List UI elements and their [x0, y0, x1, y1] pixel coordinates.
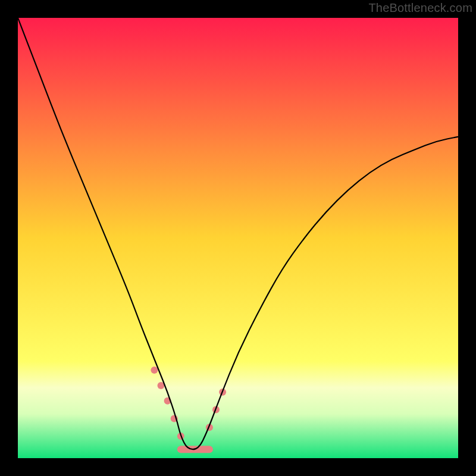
- chart-svg: [18, 18, 458, 458]
- marker-dot: [151, 367, 158, 374]
- plot-area: [18, 18, 458, 458]
- outer-frame: TheBottleneck.com: [0, 0, 476, 476]
- watermark-text: TheBottleneck.com: [368, 1, 472, 15]
- chart-background: [18, 18, 458, 458]
